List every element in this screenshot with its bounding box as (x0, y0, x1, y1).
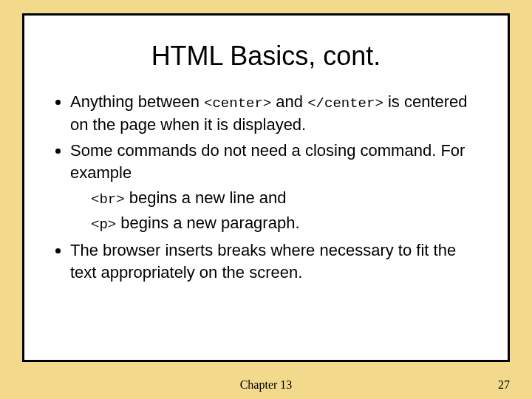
slide-title: HTML Basics, cont. (47, 41, 485, 72)
bullet-1: Anything between <center> and </center> … (70, 91, 485, 135)
bullet-list: Anything between <center> and </center> … (47, 91, 485, 283)
code-center-open: <center> (204, 95, 271, 112)
bullet-2-sub-1: <br> begins a new line and (70, 187, 485, 210)
code-center-close: </center> (307, 95, 383, 112)
bullet-2-sub-2: <p> begins a new paragraph. (70, 212, 485, 235)
slide-frame: HTML Basics, cont. Anything between <cen… (22, 13, 510, 362)
bullet-2-text: Some commands do not need a closing comm… (70, 141, 465, 182)
bullet-1-mid: and (271, 92, 307, 111)
bullet-3: The browser inserts breaks where necessa… (70, 239, 485, 283)
code-br: <br> (91, 191, 125, 208)
footer-page-number: 27 (498, 378, 510, 392)
bullet-2-sub-1-text: begins a new line and (125, 188, 287, 207)
bullet-1-pre: Anything between (70, 92, 204, 111)
footer-chapter: Chapter 13 (0, 378, 532, 392)
bullet-2: Some commands do not need a closing comm… (70, 140, 485, 235)
code-p: <p> (91, 216, 116, 233)
bullet-2-sub-2-text: begins a new paragraph. (116, 214, 299, 232)
